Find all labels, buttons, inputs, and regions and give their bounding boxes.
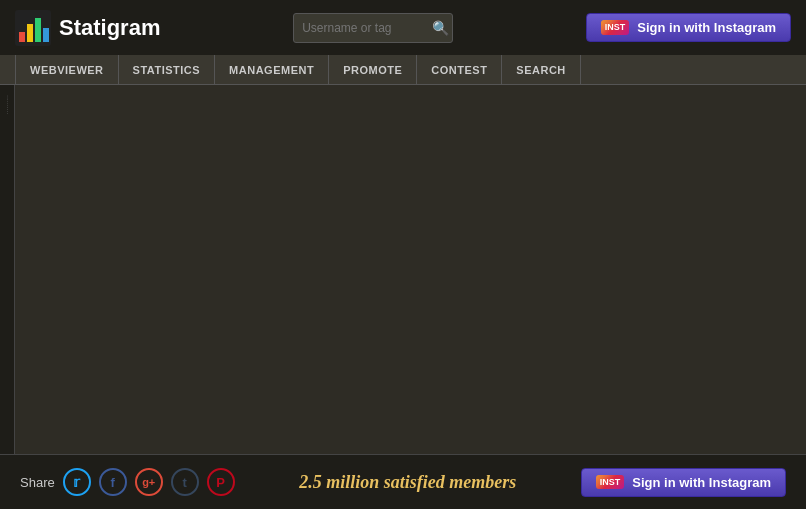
footer: Share 𝕣 f g+ t P 2.5 million satisfied m… (0, 454, 806, 509)
nav-item-promote[interactable]: PROMOTE (329, 55, 417, 84)
share-label: Share (20, 475, 55, 490)
logo-area: Statigram (15, 10, 160, 46)
signin-button-header[interactable]: INST Sign in with Instagram (586, 13, 791, 42)
header: Statigram 🔍 INST Sign in with Instagram (0, 0, 806, 55)
search-input[interactable] (302, 21, 432, 35)
signin-label-footer: Sign in with Instagram (632, 475, 771, 490)
svg-rect-1 (19, 32, 25, 42)
nav-item-webviewer[interactable]: WEBVIEWER (15, 55, 119, 84)
inst-badge-header: INST (601, 20, 630, 35)
nav-item-search[interactable]: SEARCH (502, 55, 580, 84)
svg-rect-3 (35, 18, 41, 42)
tumblr-share-button[interactable]: t (171, 468, 199, 496)
content-area (23, 93, 798, 446)
inst-badge-footer: INST (596, 475, 625, 490)
svg-rect-2 (27, 24, 33, 42)
logo-text: Statigram (59, 15, 160, 41)
google-share-button[interactable]: g+ (135, 468, 163, 496)
facebook-share-button[interactable]: f (99, 468, 127, 496)
sidebar-text: ·········· (4, 95, 11, 114)
signin-button-footer[interactable]: INST Sign in with Instagram (581, 468, 786, 497)
main-content: ·········· (0, 85, 806, 454)
nav-item-statistics[interactable]: STATISTICS (119, 55, 216, 84)
share-section: Share 𝕣 f g+ t P (20, 468, 235, 496)
pinterest-share-button[interactable]: P (207, 468, 235, 496)
nav-item-contest[interactable]: CONTEST (417, 55, 502, 84)
search-icon[interactable]: 🔍 (432, 20, 449, 36)
search-box[interactable]: 🔍 (293, 13, 453, 43)
sidebar-left: ·········· (0, 85, 15, 454)
twitter-share-button[interactable]: 𝕣 (63, 468, 91, 496)
signin-label-header: Sign in with Instagram (637, 20, 776, 35)
nav-item-management[interactable]: MANAGEMENT (215, 55, 329, 84)
navbar: WEBVIEWER STATISTICS MANAGEMENT PROMOTE … (0, 55, 806, 85)
svg-rect-4 (43, 28, 49, 42)
members-text: 2.5 million satisfied members (299, 472, 516, 493)
logo-icon (15, 10, 51, 46)
